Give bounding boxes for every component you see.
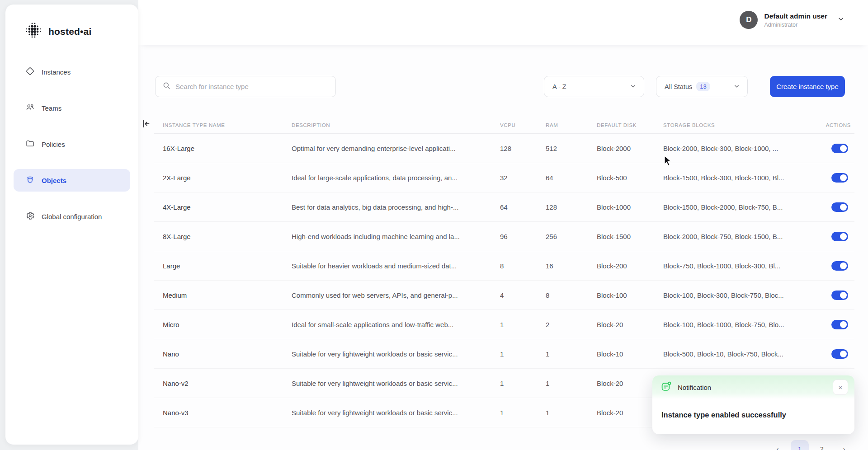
- cell-storage-blocks: Block-750, Block-1000, Block-300, Bl...: [663, 262, 811, 270]
- cell-vcpu: 128: [500, 145, 546, 152]
- cell-ram: 1: [546, 409, 597, 417]
- column-header-name: INSTANCE TYPE NAME: [163, 122, 292, 128]
- search-input[interactable]: [175, 83, 335, 90]
- cell-storage-blocks: Block-2000, Block-300, Block-1000, ...: [663, 145, 811, 152]
- cell-storage-blocks: Block-500, Block-10, Block-750, Block...: [663, 350, 811, 358]
- notification-toast: Notification × Instance type enabled suc…: [652, 375, 854, 434]
- sidebar-item-label: Teams: [42, 104, 61, 112]
- table-row[interactable]: Large Suitable for heavier workloads and…: [154, 251, 854, 281]
- cell-default-disk: Block-500: [597, 174, 663, 182]
- table-row[interactable]: Nano Suitable for very lightweight workl…: [154, 339, 854, 369]
- column-header-description: DESCRIPTION: [292, 122, 500, 128]
- user-role: Administrator: [764, 22, 827, 28]
- chevron-down-icon: [630, 83, 637, 91]
- cell-ram: 8: [546, 291, 597, 299]
- pagination-prev-button[interactable]: ‹: [769, 440, 787, 450]
- enable-toggle[interactable]: [831, 320, 848, 329]
- cell-storage-blocks: Block-1500, Block-2000, Block-750, B...: [663, 203, 811, 211]
- cell-vcpu: 1: [500, 409, 546, 417]
- sidebar-item-policies[interactable]: Policies: [14, 133, 130, 155]
- people-icon: [25, 103, 35, 113]
- cell-instance-type-name: Nano-v3: [163, 409, 292, 417]
- cell-ram: 512: [546, 145, 597, 152]
- collapse-sidebar-icon: [141, 124, 151, 131]
- cell-instance-type-name: Micro: [163, 321, 292, 328]
- cell-default-disk: Block-1500: [597, 233, 663, 240]
- cell-actions: [811, 173, 854, 183]
- sort-value: A - Z: [552, 83, 566, 90]
- enable-toggle[interactable]: [831, 202, 848, 212]
- cell-storage-blocks: Block-100, Block-1000, Block-750, Blo...: [663, 321, 811, 328]
- enable-toggle[interactable]: [831, 232, 848, 241]
- cell-description: Ideal for large-scale applications, data…: [292, 174, 500, 182]
- cell-vcpu: 1: [500, 321, 546, 328]
- cell-instance-type-name: 2X-Large: [163, 174, 292, 182]
- status-count-badge: 13: [696, 82, 710, 91]
- collapse-sidebar-button[interactable]: [140, 118, 152, 130]
- cell-description: Best for data analytics, big data proces…: [292, 203, 500, 211]
- cell-actions: [811, 291, 854, 300]
- bucket-icon: [25, 175, 35, 186]
- column-header-storage-blocks: STORAGE BLOCKS: [663, 122, 811, 128]
- pagination-page-1[interactable]: 1: [791, 440, 809, 450]
- table-row[interactable]: Medium Commonly used for web servers, AP…: [154, 281, 854, 310]
- table-row[interactable]: Micro Ideal for small-scale applications…: [154, 310, 854, 339]
- cell-ram: 1: [546, 380, 597, 387]
- chevron-down-icon: [733, 83, 740, 91]
- sidebar-item-label: Objects: [42, 177, 66, 184]
- enable-toggle[interactable]: [831, 173, 848, 183]
- cell-description: Suitable for heavier workloads and mediu…: [292, 262, 500, 270]
- diamond-icon: [25, 66, 35, 77]
- sidebar-item-label: Global configuration: [42, 213, 102, 220]
- cell-vcpu: 64: [500, 203, 546, 211]
- user-menu[interactable]: D Default admin user Administrator: [740, 11, 844, 29]
- cell-instance-type-name: Medium: [163, 291, 292, 299]
- table-row[interactable]: 4X-Large Best for data analytics, big da…: [154, 192, 854, 222]
- cell-ram: 1: [546, 350, 597, 358]
- table-row[interactable]: 2X-Large Ideal for large-scale applicati…: [154, 163, 854, 192]
- brand-logo[interactable]: hosted•ai: [5, 5, 138, 42]
- sort-dropdown[interactable]: A - Z: [544, 76, 644, 97]
- brand-logo-icon: [25, 22, 42, 42]
- close-icon[interactable]: ×: [833, 380, 848, 395]
- cell-ram: 64: [546, 174, 597, 182]
- table-row[interactable]: 16X-Large Optimal for very demanding ent…: [154, 134, 854, 163]
- folder-icon: [25, 139, 35, 150]
- enable-toggle[interactable]: [831, 261, 848, 271]
- pagination-next-button[interactable]: ›: [835, 440, 853, 450]
- pagination-page-2[interactable]: 2: [813, 440, 831, 450]
- sidebar-item-instances[interactable]: Instances: [14, 61, 130, 83]
- column-header-default-disk: DEFAULT DISK: [597, 122, 663, 128]
- enable-toggle[interactable]: [831, 144, 848, 153]
- sidebar-item-global-configuration[interactable]: Global configuration: [14, 205, 130, 228]
- status-filter-dropdown[interactable]: All Status 13: [656, 76, 748, 97]
- cell-vcpu: 8: [500, 262, 546, 270]
- cell-vcpu: 32: [500, 174, 546, 182]
- column-header-ram: RAM: [546, 122, 597, 128]
- enable-toggle[interactable]: [831, 291, 848, 300]
- cell-actions: [811, 320, 854, 329]
- cell-instance-type-name: Nano: [163, 350, 292, 358]
- cell-storage-blocks: Block-1500, Block-300, Block-1000, Bl...: [663, 174, 811, 182]
- cell-default-disk: Block-2000: [597, 145, 663, 152]
- cell-actions: [811, 202, 854, 212]
- cell-default-disk: Block-20: [597, 321, 663, 328]
- cell-storage-blocks: Block-100, Block-300, Block-750, Bloc...: [663, 291, 811, 299]
- sidebar-item-teams[interactable]: Teams: [14, 97, 130, 119]
- cell-ram: 16: [546, 262, 597, 270]
- cell-instance-type-name: Nano-v2: [163, 380, 292, 387]
- column-header-actions: ACTIONS: [811, 122, 854, 128]
- cell-description: Commonly used for web servers, APIs, and…: [292, 291, 500, 299]
- enable-toggle[interactable]: [831, 349, 848, 359]
- cell-default-disk: Block-200: [597, 262, 663, 270]
- table-row[interactable]: 8X-Large High-end workloads including ma…: [154, 222, 854, 251]
- sidebar: hosted•ai Instances Teams Policies Objec…: [5, 5, 138, 445]
- cell-ram: 2: [546, 321, 597, 328]
- table-header-row: INSTANCE TYPE NAME DESCRIPTION VCPU RAM …: [154, 117, 854, 134]
- cell-instance-type-name: Large: [163, 262, 292, 270]
- cell-description: High-end workloads including machine lea…: [292, 233, 500, 240]
- column-header-vcpu: VCPU: [500, 122, 546, 128]
- sidebar-item-objects[interactable]: Objects: [14, 169, 130, 192]
- create-instance-type-button[interactable]: Create instance type: [770, 76, 845, 97]
- cell-description: Suitable for very lightweight workloads …: [292, 409, 500, 417]
